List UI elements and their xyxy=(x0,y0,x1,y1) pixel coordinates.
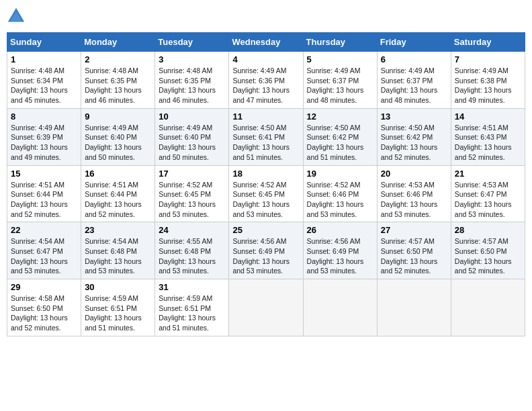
day-number: 7 xyxy=(455,54,521,64)
calendar-day-cell: 10 Sunrise: 4:49 AM Sunset: 6:40 PM Dayl… xyxy=(155,108,229,165)
calendar-day-cell: 2 Sunrise: 4:48 AM Sunset: 6:35 PM Dayli… xyxy=(81,52,155,109)
day-info: Sunrise: 4:54 AM Sunset: 6:48 PM Dayligh… xyxy=(85,236,151,276)
day-info: Sunrise: 4:50 AM Sunset: 6:42 PM Dayligh… xyxy=(381,123,447,163)
day-number: 26 xyxy=(307,225,373,235)
day-number: 29 xyxy=(11,282,77,292)
day-number: 17 xyxy=(159,169,225,179)
day-number: 20 xyxy=(381,169,447,179)
calendar-day-cell: 13 Sunrise: 4:50 AM Sunset: 6:42 PM Dayl… xyxy=(377,108,451,165)
day-info: Sunrise: 4:59 AM Sunset: 6:51 PM Dayligh… xyxy=(159,293,225,333)
day-info: Sunrise: 4:49 AM Sunset: 6:38 PM Dayligh… xyxy=(455,66,521,105)
calendar-day-cell: 24 Sunrise: 4:55 AM Sunset: 6:48 PM Dayl… xyxy=(155,222,229,279)
calendar-week-row: 1 Sunrise: 4:48 AM Sunset: 6:34 PM Dayli… xyxy=(7,52,525,109)
day-info: Sunrise: 4:57 AM Sunset: 6:50 PM Dayligh… xyxy=(455,236,521,276)
calendar-day-cell: 22 Sunrise: 4:54 AM Sunset: 6:47 PM Dayl… xyxy=(7,222,81,279)
day-number: 11 xyxy=(232,111,299,122)
day-info: Sunrise: 4:51 AM Sunset: 6:44 PM Dayligh… xyxy=(11,180,77,220)
day-info: Sunrise: 4:49 AM Sunset: 6:40 PM Dayligh… xyxy=(85,123,151,163)
day-number: 6 xyxy=(381,54,447,64)
day-number: 24 xyxy=(159,225,225,235)
day-number: 12 xyxy=(307,111,373,122)
day-number: 22 xyxy=(11,225,77,235)
day-number: 30 xyxy=(85,282,151,292)
day-number: 5 xyxy=(307,54,373,64)
calendar-day-cell: 29 Sunrise: 4:58 AM Sunset: 6:50 PM Dayl… xyxy=(7,279,81,336)
calendar-day-cell xyxy=(377,279,451,336)
calendar-header-row: SundayMondayTuesdayWednesdayThursdayFrid… xyxy=(7,33,525,52)
day-number: 28 xyxy=(455,225,521,235)
day-number: 16 xyxy=(85,169,151,179)
weekday-header: Saturday xyxy=(451,33,525,52)
day-number: 2 xyxy=(85,54,151,64)
day-number: 15 xyxy=(11,169,77,179)
calendar-day-cell: 21 Sunrise: 4:53 AM Sunset: 6:47 PM Dayl… xyxy=(451,165,525,222)
day-number: 1 xyxy=(11,54,77,64)
calendar-day-cell: 4 Sunrise: 4:49 AM Sunset: 6:36 PM Dayli… xyxy=(229,52,303,109)
calendar-day-cell: 27 Sunrise: 4:57 AM Sunset: 6:50 PM Dayl… xyxy=(377,222,451,279)
calendar-week-row: 29 Sunrise: 4:58 AM Sunset: 6:50 PM Dayl… xyxy=(7,279,525,336)
day-info: Sunrise: 4:54 AM Sunset: 6:47 PM Dayligh… xyxy=(11,236,77,276)
calendar-day-cell: 28 Sunrise: 4:57 AM Sunset: 6:50 PM Dayl… xyxy=(451,222,525,279)
weekday-header: Thursday xyxy=(303,33,377,52)
day-info: Sunrise: 4:59 AM Sunset: 6:51 PM Dayligh… xyxy=(85,293,151,333)
day-info: Sunrise: 4:48 AM Sunset: 6:35 PM Dayligh… xyxy=(85,66,151,105)
calendar-week-row: 15 Sunrise: 4:51 AM Sunset: 6:44 PM Dayl… xyxy=(7,165,525,222)
day-number: 13 xyxy=(381,111,447,122)
day-info: Sunrise: 4:49 AM Sunset: 6:37 PM Dayligh… xyxy=(381,66,447,105)
day-info: Sunrise: 4:50 AM Sunset: 6:41 PM Dayligh… xyxy=(232,123,299,163)
calendar-day-cell: 18 Sunrise: 4:52 AM Sunset: 6:45 PM Dayl… xyxy=(229,165,303,222)
calendar-week-row: 22 Sunrise: 4:54 AM Sunset: 6:47 PM Dayl… xyxy=(7,222,525,279)
day-info: Sunrise: 4:51 AM Sunset: 6:43 PM Dayligh… xyxy=(455,123,521,163)
calendar-day-cell: 15 Sunrise: 4:51 AM Sunset: 6:44 PM Dayl… xyxy=(7,165,81,222)
day-info: Sunrise: 4:52 AM Sunset: 6:46 PM Dayligh… xyxy=(307,180,373,220)
calendar-day-cell: 3 Sunrise: 4:48 AM Sunset: 6:35 PM Dayli… xyxy=(155,52,229,109)
day-number: 18 xyxy=(232,169,299,179)
day-info: Sunrise: 4:49 AM Sunset: 6:37 PM Dayligh… xyxy=(307,66,373,105)
day-number: 27 xyxy=(381,225,447,235)
day-info: Sunrise: 4:48 AM Sunset: 6:34 PM Dayligh… xyxy=(11,66,77,105)
day-info: Sunrise: 4:53 AM Sunset: 6:47 PM Dayligh… xyxy=(455,180,521,220)
day-number: 21 xyxy=(455,169,521,179)
calendar-day-cell: 8 Sunrise: 4:49 AM Sunset: 6:39 PM Dayli… xyxy=(7,108,81,165)
day-info: Sunrise: 4:55 AM Sunset: 6:48 PM Dayligh… xyxy=(159,236,225,276)
weekday-header: Tuesday xyxy=(155,33,229,52)
logo-icon xyxy=(7,7,26,26)
day-number: 23 xyxy=(85,225,151,235)
calendar-day-cell xyxy=(229,279,303,336)
calendar-day-cell: 26 Sunrise: 4:56 AM Sunset: 6:49 PM Dayl… xyxy=(303,222,377,279)
day-number: 10 xyxy=(159,111,225,122)
calendar-day-cell xyxy=(303,279,377,336)
day-number: 31 xyxy=(159,282,225,292)
weekday-header: Friday xyxy=(377,33,451,52)
logo xyxy=(7,7,28,26)
day-info: Sunrise: 4:52 AM Sunset: 6:45 PM Dayligh… xyxy=(159,180,225,220)
day-info: Sunrise: 4:56 AM Sunset: 6:49 PM Dayligh… xyxy=(307,236,373,276)
day-info: Sunrise: 4:58 AM Sunset: 6:50 PM Dayligh… xyxy=(11,293,77,333)
calendar-day-cell: 19 Sunrise: 4:52 AM Sunset: 6:46 PM Dayl… xyxy=(303,165,377,222)
day-info: Sunrise: 4:49 AM Sunset: 6:36 PM Dayligh… xyxy=(232,66,299,105)
calendar-week-row: 8 Sunrise: 4:49 AM Sunset: 6:39 PM Dayli… xyxy=(7,108,525,165)
calendar-day-cell: 11 Sunrise: 4:50 AM Sunset: 6:41 PM Dayl… xyxy=(229,108,303,165)
calendar-day-cell xyxy=(451,279,525,336)
calendar-day-cell: 5 Sunrise: 4:49 AM Sunset: 6:37 PM Dayli… xyxy=(303,52,377,109)
calendar-day-cell: 31 Sunrise: 4:59 AM Sunset: 6:51 PM Dayl… xyxy=(155,279,229,336)
day-number: 14 xyxy=(455,111,521,122)
weekday-header: Monday xyxy=(81,33,155,52)
day-info: Sunrise: 4:57 AM Sunset: 6:50 PM Dayligh… xyxy=(381,236,447,276)
calendar-table: SundayMondayTuesdayWednesdayThursdayFrid… xyxy=(7,32,525,336)
calendar-day-cell: 14 Sunrise: 4:51 AM Sunset: 6:43 PM Dayl… xyxy=(451,108,525,165)
day-info: Sunrise: 4:50 AM Sunset: 6:42 PM Dayligh… xyxy=(307,123,373,163)
day-info: Sunrise: 4:49 AM Sunset: 6:40 PM Dayligh… xyxy=(159,123,225,163)
page-header xyxy=(7,7,525,26)
weekday-header: Wednesday xyxy=(229,33,303,52)
calendar-day-cell: 23 Sunrise: 4:54 AM Sunset: 6:48 PM Dayl… xyxy=(81,222,155,279)
calendar-day-cell: 7 Sunrise: 4:49 AM Sunset: 6:38 PM Dayli… xyxy=(451,52,525,109)
day-number: 25 xyxy=(232,225,299,235)
day-info: Sunrise: 4:48 AM Sunset: 6:35 PM Dayligh… xyxy=(159,66,225,105)
day-info: Sunrise: 4:49 AM Sunset: 6:39 PM Dayligh… xyxy=(11,123,77,163)
calendar-day-cell: 25 Sunrise: 4:56 AM Sunset: 6:49 PM Dayl… xyxy=(229,222,303,279)
calendar-day-cell: 17 Sunrise: 4:52 AM Sunset: 6:45 PM Dayl… xyxy=(155,165,229,222)
day-number: 4 xyxy=(232,54,299,64)
day-info: Sunrise: 4:56 AM Sunset: 6:49 PM Dayligh… xyxy=(232,236,299,276)
calendar-day-cell: 6 Sunrise: 4:49 AM Sunset: 6:37 PM Dayli… xyxy=(377,52,451,109)
